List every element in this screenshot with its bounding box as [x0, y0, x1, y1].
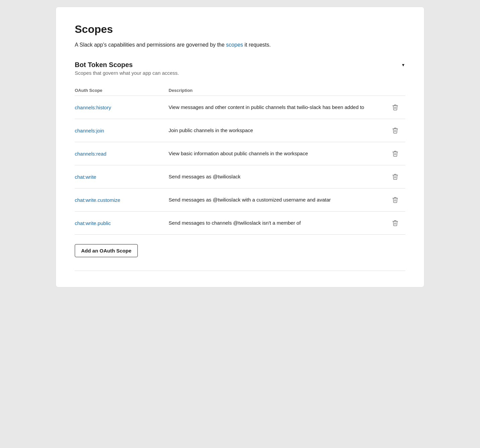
col-oauth-header: OAuth Scope: [75, 88, 169, 93]
trash-icon: [392, 197, 399, 203]
scope-name-channels-join[interactable]: channels:join: [75, 128, 169, 133]
delete-channels-read-button[interactable]: [385, 149, 405, 158]
delete-channels-join-button[interactable]: [385, 126, 405, 135]
trash-icon: [392, 220, 399, 226]
delete-channels-history-button[interactable]: [385, 103, 405, 112]
scope-name-chat-write-customize[interactable]: chat:write.customize: [75, 197, 169, 203]
scope-row-chat-write: chat:write Send messages as @twilioslack: [75, 165, 405, 188]
col-actions-header: [385, 88, 405, 93]
scopes-link[interactable]: scopes: [226, 42, 243, 48]
scope-desc-channels-join: Join public channels in the workspace: [169, 127, 385, 134]
bot-token-title: Bot Token Scopes: [75, 61, 133, 69]
table-header: OAuth Scope Description: [75, 85, 405, 96]
scopes-table-body: channels:history View messages and other…: [75, 96, 405, 235]
trash-icon: [392, 150, 399, 157]
intro-text-before: A Slack app's capabilities and permissio…: [75, 42, 225, 48]
scope-row-channels-read: channels:read View basic information abo…: [75, 142, 405, 165]
scope-desc-chat-write-public: Send messages to channels @twilioslack i…: [169, 219, 385, 227]
intro-paragraph: A Slack app's capabilities and permissio…: [75, 41, 405, 49]
scope-row-channels-history: channels:history View messages and other…: [75, 96, 405, 119]
bot-token-section-header: Bot Token Scopes ▼: [75, 61, 405, 69]
scope-name-channels-history[interactable]: channels:history: [75, 105, 169, 110]
trash-icon: [392, 104, 399, 111]
main-card: Scopes A Slack app's capabilities and pe…: [56, 7, 424, 287]
page-title: Scopes: [75, 23, 405, 36]
trash-icon: [392, 127, 399, 134]
delete-chat-write-public-button[interactable]: [385, 218, 405, 228]
bot-token-subtitle: Scopes that govern what your app can acc…: [75, 70, 405, 76]
trash-icon: [392, 173, 399, 180]
scope-desc-channels-read: View basic information about public chan…: [169, 150, 385, 158]
scope-desc-channels-history: View messages and other content in publi…: [169, 104, 385, 111]
scope-row-chat-write-public: chat:write.public Send messages to chann…: [75, 212, 405, 235]
scope-name-channels-read[interactable]: channels:read: [75, 151, 169, 157]
scope-row-chat-write-customize: chat:write.customize Send messages as @t…: [75, 188, 405, 212]
col-description-header: Description: [169, 88, 385, 93]
scope-desc-chat-write: Send messages as @twilioslack: [169, 173, 385, 181]
section-divider: [75, 271, 405, 271]
add-oauth-scope-button[interactable]: Add an OAuth Scope: [75, 244, 138, 257]
delete-chat-write-customize-button[interactable]: [385, 195, 405, 205]
scope-desc-chat-write-customize: Send messages as @twilioslack with a cus…: [169, 196, 385, 204]
intro-text-after: it requests.: [244, 42, 271, 48]
chevron-down-icon[interactable]: ▼: [401, 63, 405, 67]
scope-name-chat-write[interactable]: chat:write: [75, 174, 169, 180]
delete-chat-write-button[interactable]: [385, 172, 405, 181]
scope-row-channels-join: channels:join Join public channels in th…: [75, 119, 405, 142]
scope-name-chat-write-public[interactable]: chat:write.public: [75, 220, 169, 226]
